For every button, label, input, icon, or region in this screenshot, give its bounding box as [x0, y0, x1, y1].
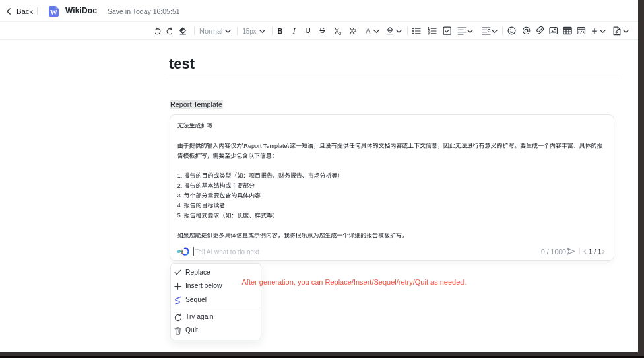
svg-text:W: W — [50, 8, 57, 16]
